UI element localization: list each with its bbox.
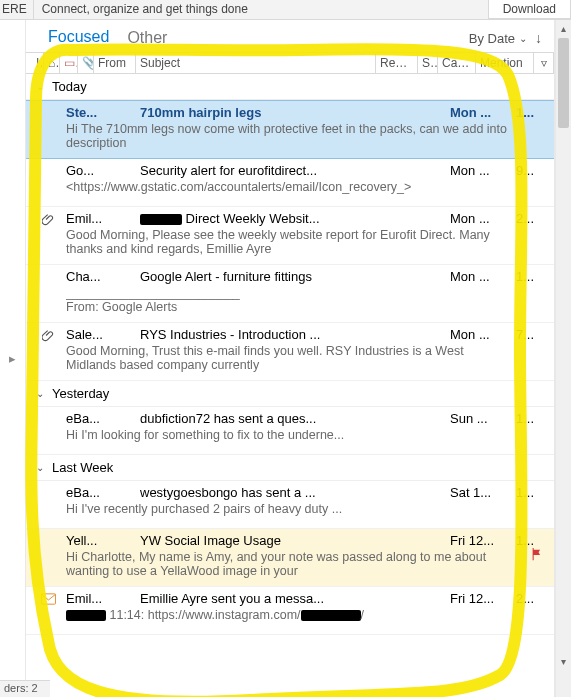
message-row[interactable]: Sale... RYS Industries - Introduction ..… [26, 323, 554, 381]
chevron-right-icon: ▸ [9, 351, 16, 366]
group-header-lastweek[interactable]: ⌄ Last Week [26, 455, 554, 481]
msg-from: Emil... [66, 211, 136, 226]
sort-label: By Date [469, 31, 515, 46]
group-header-yesterday[interactable]: ⌄ Yesterday [26, 381, 554, 407]
col-flag[interactable]: ▿ [534, 53, 554, 73]
msg-date: Mon ... [450, 327, 512, 342]
msg-preview: Good Morning, Trust this e-mail finds yo… [66, 344, 516, 372]
msg-size: 1... [516, 485, 546, 500]
vertical-scrollbar[interactable]: ▴ ▾ [555, 20, 571, 697]
paperclip-icon [38, 329, 58, 345]
col-size[interactable]: S... [418, 53, 438, 73]
msg-preview: Hi The 710mm legs now come with protecti… [66, 122, 516, 150]
msg-size: 9... [516, 163, 546, 178]
msg-preview: Hi I've recently purchased 2 pairs of he… [66, 502, 516, 516]
col-attachment[interactable]: 📎 [78, 53, 94, 73]
msg-size: 1... [516, 411, 546, 426]
msg-date: Fri 12... [450, 533, 512, 548]
sort-direction-button[interactable]: ↓ [535, 30, 542, 46]
message-row[interactable]: Cha... Google Alert - furniture fittings… [26, 265, 554, 323]
col-importance[interactable]: ! [32, 53, 44, 73]
msg-from: eBa... [66, 485, 136, 500]
group-label: Today [52, 79, 87, 94]
msg-size: 7... [516, 327, 546, 342]
msg-from: Emil... [66, 591, 136, 606]
msg-from: Cha... [66, 269, 136, 284]
group-label: Last Week [52, 460, 113, 475]
chevron-down-icon: ⌄ [519, 33, 527, 44]
group-label: Yesterday [52, 386, 109, 401]
redacted-text [301, 610, 361, 621]
download-button[interactable]: Download [488, 0, 571, 19]
msg-preview: <https://www.gstatic.com/accountalerts/e… [66, 180, 516, 194]
message-row[interactable]: Emil... Direct Weekly Websit... Mon ... … [26, 207, 554, 265]
msg-size: 2... [516, 591, 546, 606]
msg-size: 1... [516, 269, 546, 284]
scroll-thumb[interactable] [558, 38, 569, 128]
envelope-icon [38, 593, 58, 608]
msg-from: Sale... [66, 327, 136, 342]
group-header-today[interactable]: ⌄ Today [26, 74, 554, 100]
msg-preview: _________________________ From: Google A… [66, 286, 516, 314]
msg-subject: Google Alert - furniture fittings [140, 269, 446, 284]
msg-date: Mon ... [450, 269, 512, 284]
scroll-down-arrow[interactable]: ▾ [556, 653, 571, 669]
col-icon[interactable]: ▭ [60, 53, 78, 73]
msg-date: Mon ... [450, 163, 512, 178]
msg-date: Sat 1... [450, 485, 512, 500]
col-categories[interactable]: Cate... [438, 53, 476, 73]
sort-by-button[interactable]: By Date ⌄ [469, 31, 527, 46]
message-row[interactable]: Yell... YW Social Image Usage Fri 12... … [26, 529, 554, 587]
message-row[interactable]: Go... Security alert for eurofitdirect..… [26, 159, 554, 207]
flag-icon[interactable] [530, 547, 544, 564]
msg-subject: Emillie Ayre sent you a messa... [140, 591, 446, 606]
msg-date: Fri 12... [450, 591, 512, 606]
msg-size: 2... [516, 211, 546, 226]
msg-from: Go... [66, 163, 136, 178]
col-received[interactable]: Recei... [376, 53, 418, 73]
msg-date: Mon ... [450, 211, 512, 226]
col-reminder[interactable]: ⌂ [44, 53, 60, 73]
chevron-down-icon: ⌄ [36, 462, 44, 473]
msg-size: 1... [516, 533, 546, 548]
tab-other[interactable]: Other [127, 29, 167, 47]
message-list-pane: Focused Other By Date ⌄ ↓ ! ⌂ ▭ 📎 From S… [26, 20, 555, 697]
message-row[interactable]: eBa... westygoesbongo has sent a ... Sat… [26, 481, 554, 529]
msg-date: Mon ... [450, 105, 512, 120]
chevron-down-icon: ⌄ [36, 388, 44, 399]
msg-preview: Good Morning, Please see the weekly webs… [66, 228, 516, 256]
message-row[interactable]: eBa... dubfiction72 has sent a ques... S… [26, 407, 554, 455]
msg-preview: Hi Charlotte, My name is Amy, and your n… [66, 550, 516, 578]
msg-subject: Security alert for eurofitdirect... [140, 163, 446, 178]
message-row[interactable]: Ste... 710mm hairpin legs Mon ... 1... H… [26, 100, 554, 159]
status-bar-fragment: ders: 2 [0, 680, 50, 697]
ribbon: ERE Connect, organize and get things don… [0, 0, 571, 20]
msg-from: Yell... [66, 533, 136, 548]
ribbon-tagline: Connect, organize and get things done [34, 0, 488, 19]
msg-date: Sun ... [450, 411, 512, 426]
scroll-up-arrow[interactable]: ▴ [556, 20, 571, 36]
inbox-tab-row: Focused Other By Date ⌄ ↓ [26, 20, 554, 52]
col-subject[interactable]: Subject [136, 53, 376, 73]
msg-subject: Direct Weekly Websit... [140, 211, 446, 226]
col-mention[interactable]: Mention [476, 53, 534, 73]
tab-focused[interactable]: Focused [48, 28, 109, 48]
msg-subject: RYS Industries - Introduction ... [140, 327, 446, 342]
msg-size: 1... [516, 105, 546, 120]
msg-preview: 11:14: https://www.instagram.com// [66, 608, 516, 622]
redacted-text [140, 214, 182, 225]
msg-subject: 710mm hairpin legs [140, 105, 446, 120]
nav-collapse-gutter[interactable]: ▸ [0, 20, 26, 697]
chevron-down-icon: ⌄ [36, 81, 44, 92]
redacted-text [66, 610, 106, 621]
msg-subject: YW Social Image Usage [140, 533, 446, 548]
ribbon-tab-truncated: ERE [0, 0, 34, 19]
msg-preview: Hi I'm looking for something to fix to t… [66, 428, 516, 442]
msg-from: eBa... [66, 411, 136, 426]
message-row[interactable]: Emil... Emillie Ayre sent you a messa...… [26, 587, 554, 635]
msg-from: Ste... [66, 105, 136, 120]
svg-rect-0 [41, 594, 55, 604]
msg-subject: westygoesbongo has sent a ... [140, 485, 446, 500]
msg-subject: dubfiction72 has sent a ques... [140, 411, 446, 426]
col-from[interactable]: From [94, 53, 136, 73]
